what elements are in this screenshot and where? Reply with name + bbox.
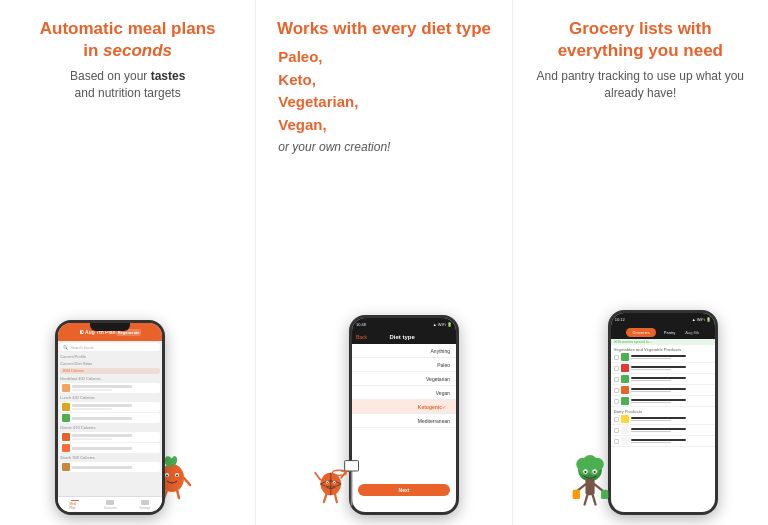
tab-groceries-active[interactable]: Groceries	[626, 328, 655, 337]
svg-rect-36	[585, 479, 594, 496]
diet-vegan: Vegan,	[278, 116, 326, 133]
svg-rect-39	[572, 490, 579, 499]
svg-point-20	[327, 482, 328, 483]
time-3: 10:12	[615, 317, 625, 322]
time-2: 10:48	[356, 322, 366, 327]
grocery-baby-carrots[interactable]	[611, 385, 715, 396]
diet-item-paleo[interactable]: Paleo	[352, 358, 456, 372]
check-whey[interactable]	[614, 428, 619, 433]
bottom-tab-bar-1: Meal Plan Groceries Settings	[58, 496, 162, 512]
status-icons-2: ▲ WiFi 🔋	[433, 322, 452, 327]
phone-1: 🗓 Aug 7th Plan Regenerate Search foods C…	[55, 320, 165, 515]
own-creation-text: or your own creation!	[278, 140, 390, 154]
thumb-baby-carrots	[621, 386, 629, 394]
diet-vegetarian: Vegetarian,	[278, 93, 358, 110]
text-spinach	[631, 377, 712, 382]
next-button[interactable]: Next	[358, 484, 450, 496]
phone-2-container: 10:48 ▲ WiFi 🔋 Back Diet type Anything P…	[309, 162, 459, 515]
subtitle-based: Based on your	[70, 69, 151, 83]
thumb-lettuce	[621, 397, 629, 405]
title-italic: seconds	[103, 41, 172, 60]
svg-line-24	[324, 494, 327, 502]
section-breakfast: Breakfast 400 Calories	[58, 375, 162, 382]
diet-item-anything[interactable]: Anything	[352, 344, 456, 358]
subtitle-tastes: tastes	[151, 69, 186, 83]
diet-type-title: Diet type	[389, 334, 414, 340]
diet-types-text: Paleo, Keto, Vegetarian, Vegan,	[278, 46, 358, 136]
grocery-yogurt[interactable]	[611, 436, 715, 447]
svg-point-34	[584, 471, 586, 473]
thumb-yogurt	[621, 437, 629, 445]
meal-turkey[interactable]	[60, 402, 160, 412]
thumb-whey	[621, 426, 629, 434]
svg-rect-15	[345, 461, 359, 471]
check-spinach[interactable]	[614, 377, 619, 382]
diet-item-mediterranean[interactable]: Mediterranean	[352, 414, 456, 428]
svg-line-11	[177, 490, 179, 498]
panel-3-title-text: Grocery lists with everything you need	[558, 19, 723, 60]
character-broccoli-mascot	[568, 455, 613, 510]
diet-keto: Keto,	[278, 71, 316, 88]
panel-1-title: Automatic meal plans in seconds	[40, 18, 216, 62]
text-baby-carrots	[631, 388, 712, 393]
phone-2: 10:48 ▲ WiFi 🔋 Back Diet type Anything P…	[349, 315, 459, 515]
svg-line-42	[593, 495, 596, 504]
panel-3-subtitle: And pantry tracking to use up what you a…	[525, 68, 756, 102]
character-basketball-mascot	[314, 445, 364, 510]
grocery-lettuce[interactable]	[611, 396, 715, 407]
phone-notch-1	[90, 323, 130, 331]
diet-item-ketogenic[interactable]: Ketogenic ✓	[352, 400, 456, 414]
grocery-red-pepper[interactable]	[611, 363, 715, 374]
panel-2: Works with every diet type Paleo, Keto, …	[256, 0, 512, 525]
meal-oatmeal[interactable]	[60, 383, 160, 393]
panel-3: Grocery lists with everything you need A…	[513, 0, 768, 525]
text-yogurt	[631, 439, 712, 444]
text-lettuce	[631, 399, 712, 404]
svg-point-35	[593, 471, 595, 473]
phone-3: 10:12 ▲ WiFi 🔋 Groceries Pantry Aug 8th …	[608, 310, 718, 515]
grocery-celery[interactable]	[611, 352, 715, 363]
svg-point-21	[334, 482, 335, 483]
grocery-cheddar[interactable]	[611, 414, 715, 425]
meal-chicken[interactable]	[60, 432, 160, 442]
tab-pantry[interactable]: Pantry	[658, 328, 682, 337]
grocery-spinach[interactable]	[611, 374, 715, 385]
svg-point-3	[166, 475, 168, 477]
search-bar-1[interactable]: Search foods	[60, 343, 160, 351]
text-whey	[631, 428, 712, 433]
panel-3-title: Grocery lists with everything you need	[525, 18, 756, 62]
phone-screen-3: 10:12 ▲ WiFi 🔋 Groceries Pantry Aug 8th …	[611, 313, 715, 512]
thumb-red-pepper	[621, 364, 629, 372]
check-yogurt[interactable]	[614, 439, 619, 444]
tab-meal-plan[interactable]: Meal Plan	[69, 500, 81, 510]
meal-peanut[interactable]	[60, 462, 160, 472]
meal-bellpepper[interactable]	[60, 443, 160, 453]
check-lettuce[interactable]	[614, 399, 619, 404]
section-dairy: Dairy Products	[611, 407, 715, 414]
diet-nav: Back Diet type	[352, 330, 456, 344]
check-cheddar[interactable]	[614, 417, 619, 422]
section-snack: Snack 500 Calories	[58, 454, 162, 461]
status-icons-3: ▲ WiFi 🔋	[692, 317, 711, 322]
diet-item-vegetarian[interactable]: Vegetarian	[352, 372, 456, 386]
check-celery[interactable]	[614, 355, 619, 360]
check-red-pepper[interactable]	[614, 366, 619, 371]
svg-line-41	[584, 495, 587, 504]
tab-settings-1[interactable]: Settings	[139, 500, 151, 510]
svg-line-9	[184, 478, 190, 485]
tab-groceries-1[interactable]: Groceries	[104, 500, 116, 510]
panel-1: Automatic meal plans in seconds Based on…	[0, 0, 256, 525]
text-cheddar	[631, 417, 712, 422]
svg-line-25	[335, 494, 337, 502]
subtitle-nutrition: and nutrition targets	[75, 86, 181, 100]
grocery-whey[interactable]	[611, 425, 715, 436]
meal-avocado[interactable]	[60, 413, 160, 423]
diet-paleo: Paleo,	[278, 48, 322, 65]
diet-types-list: Paleo, Keto, Vegetarian, Vegan, or your …	[268, 46, 499, 154]
svg-line-22	[315, 473, 320, 480]
phone-notch-2	[384, 318, 424, 326]
phone-notch-3	[643, 313, 683, 321]
check-baby-carrots[interactable]	[614, 388, 619, 393]
diet-item-vegan[interactable]: Vegan	[352, 386, 456, 400]
back-button-2[interactable]: Back	[356, 334, 367, 340]
